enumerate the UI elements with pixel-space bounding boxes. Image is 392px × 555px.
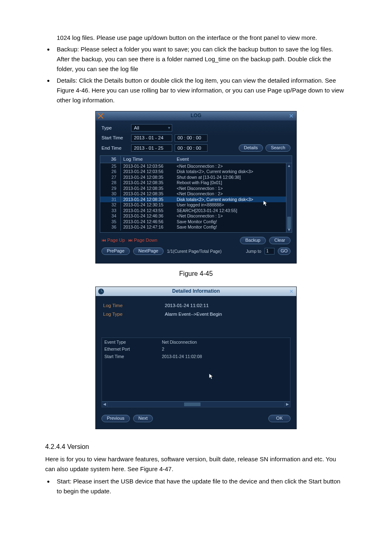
page-up-link[interactable]: ⏮ Page Up bbox=[101, 237, 125, 244]
log-type-value: Alarm Event-->Event Begin bbox=[165, 310, 222, 318]
section-bullets: Start: Please insert the USB device that… bbox=[45, 476, 347, 496]
scroll-up-icon[interactable]: ▲ bbox=[286, 163, 292, 168]
section-heading: 4.2.4.4 Version bbox=[45, 442, 347, 452]
close-icon[interactable]: ✕ bbox=[288, 113, 295, 119]
bullet-list: Backup: Please select a folder you want … bbox=[45, 44, 347, 105]
ethernet-port-label: Ethernet Port bbox=[104, 346, 162, 353]
figure-445-caption: Figure 4-45 bbox=[45, 268, 347, 279]
detail-close-icon[interactable]: ✕ bbox=[288, 288, 295, 295]
log-title: LOG bbox=[96, 112, 296, 120]
backup-button[interactable]: Backup bbox=[240, 237, 266, 244]
start-date-field[interactable]: 2013 - 01 - 24 bbox=[131, 134, 172, 142]
col-logtime[interactable]: Log Time bbox=[121, 155, 174, 163]
row-num: 36 bbox=[100, 224, 121, 231]
start-time-label: Start Time bbox=[101, 134, 129, 141]
log-time-label: Log Time bbox=[103, 302, 165, 309]
log-time-value: 2013-01-24 11:02:11 bbox=[165, 302, 209, 309]
end-time-label: End Time bbox=[101, 144, 129, 152]
next-button[interactable]: Next bbox=[133, 415, 153, 422]
bullet-backup: Backup: Please select a folder you want … bbox=[45, 44, 347, 74]
prepage-button[interactable]: PrePage bbox=[101, 247, 130, 255]
end-time-field[interactable]: 00 : 00 : 00 bbox=[175, 144, 208, 152]
go-button[interactable]: GO bbox=[278, 247, 291, 255]
detail-box: Event Type Net Disconnection Ethernet Po… bbox=[101, 338, 291, 407]
start-time-field[interactable]: 00 : 00 : 00 bbox=[175, 134, 208, 142]
search-button[interactable]: Search bbox=[265, 144, 291, 152]
intro-continuation: 1024 log files. Please use page up/down … bbox=[57, 33, 347, 43]
event-type-label: Event Type bbox=[104, 339, 162, 346]
log-titlebar: LOG ✕ bbox=[96, 111, 296, 120]
end-date-field[interactable]: 2013 - 01 - 25 bbox=[131, 144, 172, 152]
row-event: Save Monitor Config! bbox=[174, 224, 292, 231]
clear-button[interactable]: Clear bbox=[269, 237, 291, 244]
bullet-start: Start: Please insert the USB device that… bbox=[45, 476, 347, 496]
details-button[interactable]: Details bbox=[239, 144, 263, 152]
bullet-details: Details: Click the Details button or dou… bbox=[45, 76, 347, 105]
previous-button[interactable]: Previous bbox=[101, 415, 130, 422]
row-time: 2013-01-24 12:47:16 bbox=[121, 224, 174, 231]
col-count: 36 bbox=[100, 155, 121, 163]
page-down-link[interactable]: ⏭ Page Down bbox=[128, 237, 157, 244]
log-dialog: LOG ✕ Type All Start Time 2013 - 01 - 24… bbox=[95, 111, 297, 264]
scroll-down-icon[interactable]: ▼ bbox=[286, 227, 292, 232]
cursor-icon-2 bbox=[209, 373, 214, 381]
scroll-left-icon[interactable]: ◀ bbox=[102, 401, 108, 407]
detail-dialog: Detailed Information ✕ Log Time 2013-01-… bbox=[95, 287, 297, 429]
event-type-value: Net Disconnection bbox=[162, 339, 197, 346]
type-dropdown[interactable]: All bbox=[131, 124, 172, 132]
log-footer: ⏮ Page Up ⏭ Page Down Backup Clear PrePa… bbox=[96, 233, 296, 263]
jump-input[interactable]: 1 bbox=[265, 248, 274, 254]
detail-title: Detailed Information bbox=[96, 287, 296, 295]
ethernet-port-value: 2 bbox=[162, 346, 164, 353]
table-header: 36 Log Time Event bbox=[100, 156, 292, 163]
page-info: 1/1(Curent Page/Total Page) bbox=[167, 248, 221, 255]
detail-start-time-value: 2013-01-24 11:02:08 bbox=[162, 353, 202, 360]
page-up-label: Page Up bbox=[107, 238, 125, 243]
detail-start-time-label: Start Time bbox=[104, 353, 162, 360]
hscroll-thumb[interactable] bbox=[184, 402, 201, 406]
scroll-right-icon[interactable]: ▶ bbox=[284, 401, 290, 407]
horizontal-scrollbar[interactable]: ◀ ▶ bbox=[102, 401, 290, 407]
table-row[interactable]: 362013-01-24 12:47:16Save Monitor Config… bbox=[100, 224, 292, 230]
ok-button[interactable]: OK bbox=[268, 415, 291, 422]
jump-to-label: Jump to bbox=[246, 248, 261, 255]
detail-titlebar: Detailed Information ✕ bbox=[96, 287, 296, 296]
page-down-label: Page Down bbox=[134, 238, 157, 243]
log-type-label: Log Type bbox=[103, 310, 165, 318]
vertical-scrollbar[interactable]: ▲ ▼ bbox=[286, 163, 292, 232]
type-label: Type bbox=[101, 124, 129, 132]
col-event[interactable]: Event bbox=[174, 155, 292, 163]
log-table: 36 Log Time Event 252013-01-24 12:03:56<… bbox=[100, 155, 292, 233]
nextpage-button[interactable]: NextPage bbox=[133, 247, 164, 255]
section-paragraph: Here is for you to view hardware feature… bbox=[45, 454, 347, 474]
